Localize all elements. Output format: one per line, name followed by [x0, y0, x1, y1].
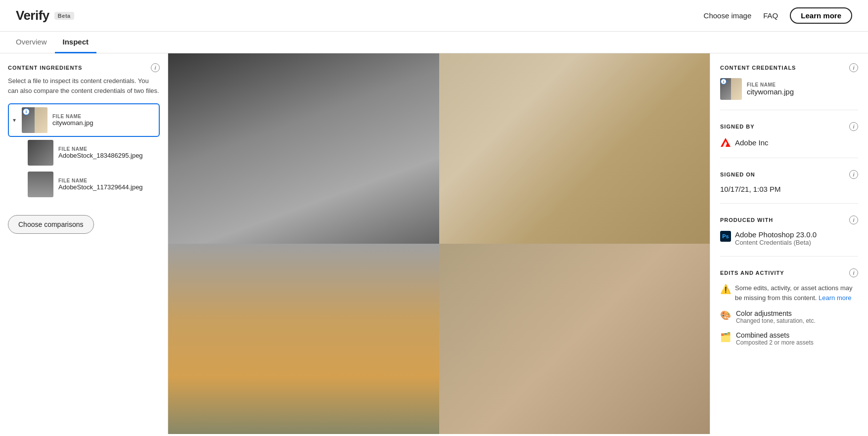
signed-by-row: Adobe Inc [720, 137, 858, 148]
edits-learn-more-link[interactable]: Learn more [819, 294, 851, 302]
edit-text-1: Combined assets Composited 2 or more ass… [736, 331, 814, 346]
cc-info-icon[interactable]: i [849, 63, 858, 72]
ingredients-desc: Select a file to inspect its content cre… [8, 76, 160, 95]
edit-sub-1: Composited 2 or more assets [736, 339, 814, 346]
header-right: Choose image FAQ Learn more [704, 7, 852, 24]
content-credentials-section: CONTENT CREDENTIALS i i FILE NAME citywo… [720, 63, 858, 110]
ingredients-title: CONTENT INGREDIENTS [8, 65, 82, 71]
signed-by-title: SIGNED BY [720, 124, 755, 130]
photoshop-icon: Ps [720, 231, 731, 242]
edit-sub-0: Changed tone, saturation, etc. [736, 317, 816, 324]
image-bottom-left [168, 244, 439, 434]
edits-section: EDITS AND ACTIVITY i ⚠️ Some edits, acti… [720, 268, 858, 363]
file-item-container-0: ▾ i FILE NAME citywoman.jpg [8, 103, 160, 200]
file-item-child-1[interactable]: FILE NAME AdobeStock_117329644.jpeg [24, 169, 160, 200]
produced-sub: Content Credentials (Beta) [735, 239, 817, 246]
file-meta-child-1: FILE NAME AdobeStock_117329644.jpeg [58, 178, 143, 191]
edits-header: EDITS AND ACTIVITY i [720, 268, 858, 277]
bw-woman-image [168, 53, 439, 244]
produced-with-title: PRODUCED WITH [720, 217, 773, 223]
produced-app: Adobe Photoshop 23.0.0 [735, 230, 817, 239]
thumb-info-icon: i [23, 108, 30, 115]
thumb-city [28, 172, 53, 197]
file-label-0: FILE NAME [52, 114, 93, 119]
cc-filename: citywoman.jpg [747, 87, 794, 96]
file-name-child-0: AdobeStock_183486295.jpeg [58, 152, 143, 159]
edit-title-1: Combined assets [736, 331, 814, 339]
file-item-citywoman[interactable]: ▾ i FILE NAME citywoman.jpg [8, 103, 160, 137]
cc-file-meta: FILE NAME citywoman.jpg [747, 82, 794, 96]
file-name-0: citywoman.jpg [52, 119, 93, 127]
cc-title: CONTENT CREDENTIALS [720, 65, 796, 71]
choose-image-link[interactable]: Choose image [704, 11, 752, 20]
right-panel: CONTENT CREDENTIALS i i FILE NAME citywo… [710, 53, 868, 434]
choose-comparisons-button[interactable]: Choose comparisons [8, 215, 94, 234]
signed-on-title: SIGNED ON [720, 172, 755, 177]
signed-by-header: SIGNED BY i [720, 122, 858, 131]
combined-assets-icon: 🗂️ [720, 332, 731, 343]
thumb-woman [28, 140, 53, 166]
learn-more-button[interactable]: Learn more [790, 7, 852, 24]
produced-with-section: PRODUCED WITH i Ps Adobe Photoshop 23.0.… [720, 216, 858, 257]
edit-item-1: 🗂️ Combined assets Composited 2 or more … [720, 331, 858, 346]
signed-by-info-icon[interactable]: i [849, 122, 858, 131]
edit-item-0: 🎨 Color adjustments Changed tone, satura… [720, 309, 858, 324]
file-meta-citywoman: FILE NAME citywoman.jpg [52, 114, 93, 127]
edits-info-icon[interactable]: i [849, 268, 858, 277]
tab-overview[interactable]: Overview [8, 32, 55, 53]
adobe-logo-icon [720, 137, 731, 148]
thumb-citywoman: i [22, 107, 47, 133]
cc-file-row: i FILE NAME citywoman.jpg [720, 78, 858, 100]
bottom-right-image [439, 244, 710, 434]
edits-warning-text: Some edits, activity, or asset actions m… [735, 283, 858, 303]
signed-on-value: 10/17/21, 1:03 PM [720, 185, 781, 193]
signed-on-info-icon[interactable]: i [849, 170, 858, 179]
app-title: Verify [16, 8, 49, 23]
edits-warning-row: ⚠️ Some edits, activity, or asset action… [720, 283, 858, 303]
beta-badge: Beta [54, 12, 74, 20]
header-left: Verify Beta [16, 8, 74, 23]
city-image [168, 244, 439, 434]
cc-thumb: i [720, 78, 742, 100]
faq-link[interactable]: FAQ [763, 11, 778, 20]
file-label-child-1: FILE NAME [58, 178, 143, 183]
cc-section-header: CONTENT CREDENTIALS i [720, 63, 858, 72]
left-panel: CONTENT INGREDIENTS i Select a file to i… [0, 53, 168, 434]
signed-by-section: SIGNED BY i Adobe Inc [720, 122, 858, 158]
file-meta-child-0: FILE NAME AdobeStock_183486295.jpeg [58, 146, 143, 159]
header: Verify Beta Choose image FAQ Learn more [0, 0, 868, 32]
composite-woman-image [439, 53, 710, 244]
signed-on-header: SIGNED ON i [720, 170, 858, 179]
edit-title-0: Color adjustments [736, 309, 816, 317]
edits-title: EDITS AND ACTIVITY [720, 270, 784, 276]
signed-by-name: Adobe Inc [735, 138, 769, 147]
ingredients-section-header: CONTENT INGREDIENTS i [8, 63, 160, 72]
edit-text-0: Color adjustments Changed tone, saturati… [736, 309, 816, 324]
image-bottom-right [439, 244, 710, 434]
file-item-child-0[interactable]: FILE NAME AdobeStock_183486295.jpeg [24, 137, 160, 169]
produced-with-text: Adobe Photoshop 23.0.0 Content Credentia… [735, 230, 817, 246]
cc-file-label: FILE NAME [747, 82, 794, 87]
file-label-child-0: FILE NAME [58, 146, 143, 152]
color-adjustments-icon: 🎨 [720, 310, 731, 321]
image-top-left [168, 53, 439, 244]
tab-inspect[interactable]: Inspect [55, 32, 97, 53]
image-top-right [439, 53, 710, 244]
tabs-nav: Overview Inspect [0, 32, 868, 53]
produced-with-row: Ps Adobe Photoshop 23.0.0 Content Creden… [720, 230, 858, 246]
signed-on-section: SIGNED ON i 10/17/21, 1:03 PM [720, 170, 858, 204]
chevron-down-icon[interactable]: ▾ [13, 117, 16, 124]
cc-thumb-info-icon: i [721, 79, 727, 85]
main-layout: CONTENT INGREDIENTS i Select a file to i… [0, 53, 868, 434]
ingredients-info-icon[interactable]: i [151, 63, 160, 72]
warning-icon: ⚠️ [720, 284, 731, 295]
produced-with-header: PRODUCED WITH i [720, 216, 858, 224]
file-name-child-1: AdobeStock_117329644.jpeg [58, 183, 143, 191]
produced-with-info-icon[interactable]: i [849, 216, 858, 224]
center-panel [168, 53, 710, 434]
